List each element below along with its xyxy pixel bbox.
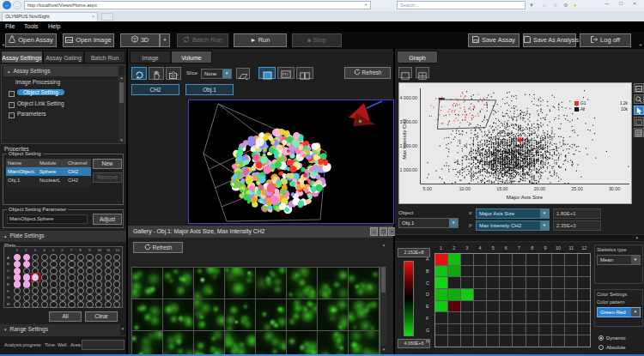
well-B2[interactable] [23, 261, 30, 268]
gallery-thumbnail[interactable] [318, 268, 348, 299]
y-feature-dropdown[interactable]: Max Intensity CH2▼ [476, 220, 550, 231]
gallery-restore-icon[interactable]: ❐ [380, 227, 387, 236]
heatmap-cell-F10[interactable] [552, 312, 564, 323]
well-G9[interactable] [86, 294, 93, 301]
heatmap-cell-F8[interactable] [526, 312, 538, 323]
well-G11[interactable] [105, 294, 112, 301]
heatmap-cell-F2[interactable] [448, 312, 460, 323]
view-mode-ortho-button[interactable] [296, 67, 313, 79]
well-B5[interactable] [50, 261, 57, 268]
well-H1[interactable] [14, 301, 21, 308]
heatmap-cell-H3[interactable] [461, 335, 473, 347]
heatmap-cell-D8[interactable] [526, 289, 538, 300]
heatmap-cell-F11[interactable] [565, 312, 577, 323]
open-assay-button[interactable]: Open Assay [5, 33, 57, 47]
heatmap-cell-G1[interactable] [435, 324, 447, 335]
range-settings-header[interactable]: ▼Range Settings [0, 324, 120, 335]
heatmap-cell-D1[interactable] [435, 289, 447, 300]
gallery-thumbnail[interactable] [132, 268, 162, 299]
heatmap-cell-G12[interactable] [578, 324, 590, 335]
heatmap-cell-H12[interactable] [578, 335, 590, 347]
heatmap-cell-D12[interactable] [578, 289, 590, 300]
heatmap-cell-C9[interactable] [539, 277, 551, 288]
heatmap-cell-B4[interactable] [474, 266, 486, 277]
x-feature-dropdown[interactable]: Major Axis Size▼ [476, 208, 550, 219]
well-B8[interactable] [77, 261, 84, 268]
heatmap-cell-B8[interactable] [526, 266, 538, 277]
forward-icon[interactable]: ← [13, 1, 21, 9]
well-G8[interactable] [77, 294, 84, 301]
gallery-thumbnail[interactable] [194, 299, 224, 330]
favorites-icon[interactable]: ☆ [553, 2, 557, 9]
channel-ch2-button[interactable]: CH2 [131, 84, 179, 95]
gallery-refresh-button[interactable]: Refresh [133, 242, 183, 253]
dropdown-icon[interactable]: ▼ [540, 221, 549, 230]
heatmap-cell-G2[interactable] [448, 324, 460, 335]
volume-render-canvas[interactable] [189, 100, 393, 223]
open-image-button[interactable]: Open Image [63, 33, 114, 47]
heatmap-cell-C10[interactable] [552, 277, 564, 288]
heatmap-cell-F1[interactable] [435, 312, 447, 323]
gallery-thumbnail[interactable] [318, 331, 348, 356]
tree-item-image-processing[interactable]: Image Processing [15, 77, 60, 87]
gallery-thumbnail[interactable] [225, 299, 255, 330]
well-G5[interactable] [50, 294, 57, 301]
gallery-thumbnail[interactable] [163, 331, 193, 356]
heatmap-cell-E12[interactable] [578, 301, 590, 312]
dropdown-icon[interactable]: ▼ [631, 308, 640, 317]
stop-button[interactable]: ■ Stop [292, 33, 342, 47]
scroll-thumb[interactable] [381, 267, 386, 293]
gallery-thumbnail[interactable] [287, 331, 317, 356]
gallery-thumbnail[interactable] [287, 299, 317, 330]
gallery-thumbnail[interactable] [194, 268, 224, 299]
heatmap-cell-A11[interactable] [565, 254, 577, 265]
volume-refresh-button[interactable]: Refresh [344, 67, 391, 79]
slice-plane-button[interactable] [236, 68, 250, 79]
heatmap-cell-D7[interactable] [513, 289, 525, 300]
gallery-thumbnail[interactable] [163, 299, 193, 330]
heatmap-cell-F5[interactable] [487, 312, 499, 323]
tab-volume[interactable]: Volume [171, 51, 212, 63]
dropdown-icon[interactable]: ▼ [540, 209, 549, 218]
view-3d-dropdown-icon[interactable]: ▼ [160, 33, 170, 47]
well-H9[interactable] [86, 301, 93, 308]
gallery-thumbnail[interactable] [349, 299, 379, 330]
search-dropdown-icon[interactable]: ▼ [529, 2, 534, 9]
well-G7[interactable] [68, 294, 75, 301]
well-H4[interactable] [41, 301, 48, 308]
tree-scrollbar[interactable]: ▲ ▼ [118, 75, 125, 142]
gallery-scroll-down-icon[interactable]: ▼ [380, 347, 387, 352]
plot-zoom-button[interactable] [634, 94, 644, 104]
well-B12[interactable] [113, 261, 120, 268]
heatmap-cell-H6[interactable] [500, 335, 512, 347]
color-pattern-dropdown[interactable]: Green-Red▼ [597, 307, 641, 317]
dropdown-icon[interactable]: ▼ [222, 69, 231, 78]
gallery-title-bar[interactable]: Gallery - Obj.1: Major Axis Size, Max In… [128, 226, 393, 238]
plot-gate-rectangle-button[interactable] [634, 117, 644, 126]
scroll-up-icon[interactable]: ▲ [118, 75, 125, 80]
heatmap-cell-C2[interactable] [448, 277, 460, 288]
well-G1[interactable] [14, 294, 21, 301]
well-H10[interactable] [95, 301, 102, 308]
tab-assay-settings[interactable]: Assay Settings [1, 51, 43, 63]
gallery-thumbnail[interactable] [349, 331, 379, 356]
heatmap-cell-C4[interactable] [474, 277, 486, 288]
collapse-icon[interactable]: ▼ [635, 236, 639, 240]
heatmap-cell-E6[interactable] [500, 301, 512, 312]
heatmap-cell-H9[interactable] [539, 335, 551, 347]
graph-single-view-button[interactable] [398, 67, 412, 78]
heatmap-cell-E4[interactable] [474, 301, 486, 312]
plot-table-view-button[interactable] [634, 128, 644, 137]
tab-image[interactable]: Image [130, 51, 171, 63]
heatmap-cell-G6[interactable] [500, 324, 512, 335]
gallery-thumbnail[interactable] [163, 268, 193, 299]
plot-snapshot-button[interactable] [634, 83, 644, 93]
well-H8[interactable] [77, 301, 84, 308]
heatmap-cell-A2[interactable] [448, 254, 460, 265]
heatmap-cell-F7[interactable] [513, 312, 525, 323]
gallery-minimize-icon[interactable]: ─ [370, 227, 378, 236]
url-dropdown-icon[interactable]: ▼ [364, 2, 368, 9]
heatmap-cell-B12[interactable] [578, 266, 590, 277]
window-maximize-icon[interactable]: □ [615, 0, 627, 8]
well-B11[interactable] [105, 261, 112, 268]
